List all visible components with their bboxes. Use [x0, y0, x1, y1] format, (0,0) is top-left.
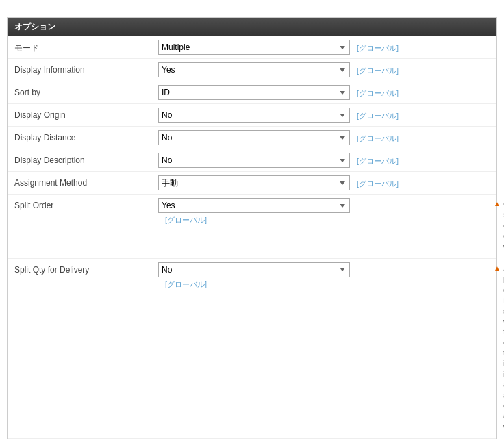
form-row-display-information: Display InformationYesNo[グローバル]	[8, 59, 496, 81]
row-label-assignment-method: Assignment Method	[14, 175, 158, 188]
row-label-display-information: Display Information	[14, 62, 158, 75]
form-row-display-distance: Display DistanceYesNo[グローバル]	[8, 127, 496, 149]
form-row-mode: モードMultipleSingle[グローバル]	[8, 36, 496, 59]
row-label-mode: モード	[14, 40, 158, 54]
row-label-display-origin: Display Origin	[14, 108, 158, 120]
select-display-distance[interactable]: YesNo	[158, 130, 350, 145]
row-control-split-qty-for-delivery: YesNo[グローバル]	[158, 262, 350, 290]
hint-split-qty-for-delivery: ▲Allows one product delivery from severa…	[494, 262, 504, 435]
section-body-options: モードMultipleSingle[グローバル]Display Informat…	[8, 36, 496, 439]
select-mode[interactable]: MultipleSingle	[158, 40, 350, 55]
row-label-display-distance: Display Distance	[14, 130, 158, 142]
select-display-information[interactable]: YesNo	[158, 62, 350, 77]
global-link-display-origin[interactable]: [グローバル]	[357, 109, 399, 121]
global-link-mode[interactable]: [グローバル]	[357, 41, 399, 53]
row-label-sort-by: Sort by	[14, 85, 158, 97]
hint-triangle-split-order: ▲	[494, 200, 501, 208]
global-link-split-order[interactable]: [グローバル]	[165, 213, 207, 225]
global-link-assignment-method[interactable]: [グローバル]	[357, 177, 399, 189]
select-split-order[interactable]: YesNo	[158, 198, 350, 213]
global-link-display-distance[interactable]: [グローバル]	[357, 131, 399, 144]
row-control-display-origin: YesNo[グローバル]	[158, 108, 490, 123]
global-link-display-information[interactable]: [グローバル]	[357, 64, 399, 76]
select-split-qty-for-delivery[interactable]: YesNo	[158, 262, 350, 277]
hint-split-order: ▲Create separated orders for each wareho…	[494, 198, 504, 255]
row-control-assignment-method: 手動自動[グローバル]	[158, 175, 490, 190]
select-display-origin[interactable]: YesNo	[158, 108, 350, 123]
global-link-split-qty-for-delivery[interactable]: [グローバル]	[165, 277, 207, 290]
select-display-description[interactable]: YesNo	[158, 153, 350, 168]
global-link-display-description[interactable]: [グローバル]	[357, 154, 399, 166]
form-row-assignment-method: Assignment Method手動自動[グローバル]	[8, 172, 496, 195]
select-assignment-method[interactable]: 手動自動	[158, 175, 350, 190]
row-control-display-information: YesNo[グローバル]	[158, 62, 490, 77]
form-row-display-description: Display DescriptionYesNo[グローバル]	[8, 149, 496, 172]
row-control-split-order: YesNo[グローバル]	[158, 198, 350, 225]
row-control-mode: MultipleSingle[グローバル]	[158, 40, 490, 55]
select-sort-by[interactable]: IDName	[158, 85, 350, 100]
form-row-split-qty-for-delivery: Split Qty for DeliveryYesNo[グローバル]▲Allow…	[8, 259, 496, 439]
row-label-split-qty-for-delivery: Split Qty for Delivery	[14, 262, 158, 275]
row-control-display-distance: YesNo[グローバル]	[158, 130, 490, 145]
section-options: オプションモードMultipleSingle[グローバル]Display Inf…	[7, 17, 497, 439]
global-link-sort-by[interactable]: [グローバル]	[357, 86, 399, 99]
form-row-display-origin: Display OriginYesNo[グローバル]	[8, 104, 496, 127]
page-container: オプションモードMultipleSingle[グローバル]Display Inf…	[0, 0, 504, 439]
row-control-display-description: YesNo[グローバル]	[158, 153, 490, 168]
form-row-sort-by: Sort byIDName[グローバル]	[8, 81, 496, 104]
hint-triangle-split-qty-for-delivery: ▲	[494, 264, 501, 272]
row-label-display-description: Display Description	[14, 153, 158, 165]
row-label-split-order: Split Order	[14, 198, 158, 210]
row-control-sort-by: IDName[グローバル]	[158, 85, 490, 100]
page-header	[0, 0, 504, 10]
form-row-split-order: Split OrderYesNo[グローバル]▲Create separated…	[8, 195, 496, 259]
section-header-options: オプション	[8, 18, 496, 36]
